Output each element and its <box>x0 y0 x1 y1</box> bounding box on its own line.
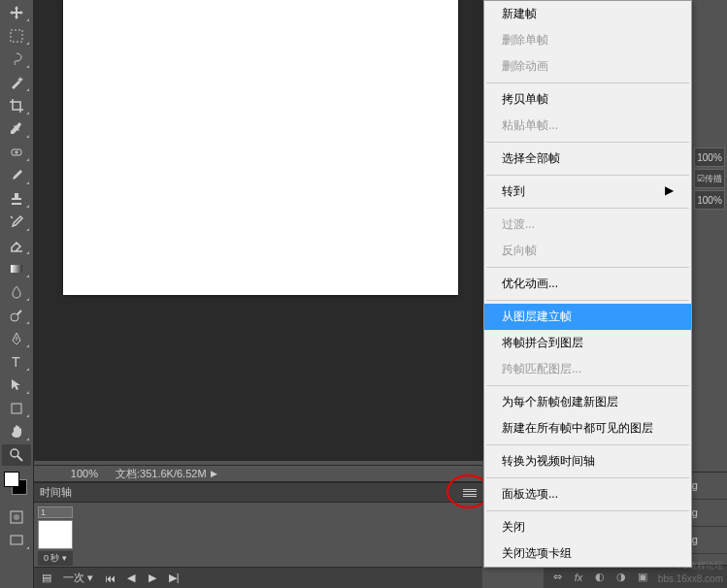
lasso-tool[interactable] <box>2 49 31 70</box>
menu-separator <box>486 385 689 386</box>
menu-select-all[interactable]: 选择全部帧 <box>484 146 691 172</box>
next-frame-icon[interactable]: ▶| <box>165 571 182 586</box>
svg-rect-0 <box>11 30 22 42</box>
menu-separator <box>486 300 689 301</box>
timeline-frames: 1 0 秒 ▾ <box>34 503 482 570</box>
brush-tool[interactable] <box>2 165 31 186</box>
move-tool[interactable] <box>2 2 31 23</box>
menu-delete-frame: 删除单帧 <box>484 27 691 53</box>
hand-tool[interactable] <box>2 421 31 442</box>
timeline-convert-icon[interactable]: ▤ <box>38 571 55 586</box>
menu-new-frame[interactable]: 新建帧 <box>484 1 691 27</box>
menu-match-layer: 跨帧匹配图层... <box>484 356 691 382</box>
menu-flatten-frames[interactable]: 将帧拼合到图层 <box>484 330 691 356</box>
pen-tool[interactable] <box>2 328 31 349</box>
first-frame-icon[interactable]: ⏮ <box>101 571 118 586</box>
menu-separator <box>486 175 689 176</box>
frame-preview[interactable] <box>38 520 73 549</box>
quickmask-toggle[interactable] <box>2 506 31 528</box>
menu-close[interactable]: 关闭 <box>484 514 691 540</box>
svg-point-6 <box>11 449 18 457</box>
doc-info-arrow-icon[interactable]: ▶ <box>211 469 217 478</box>
svg-point-8 <box>14 514 19 520</box>
link-layers-icon[interactable]: ⇔ <box>549 570 565 585</box>
frame-thumb[interactable]: 1 0 秒 ▾ <box>38 506 73 566</box>
menu-separator <box>486 82 689 83</box>
menu-tween: 过渡... <box>484 212 691 238</box>
status-bar: 100% 文档: 351.6K/6.52M ▶ <box>34 465 482 482</box>
menu-panel-options[interactable]: 面板选项... <box>484 481 691 507</box>
menu-reverse: 反向帧 <box>484 238 691 264</box>
menu-separator <box>486 142 689 143</box>
svg-point-3 <box>11 313 18 321</box>
history-brush-tool[interactable] <box>2 212 31 233</box>
watermark-url: bbs.16xx8.com <box>658 573 723 584</box>
stamp-tool[interactable] <box>2 188 31 210</box>
fill-stub[interactable]: 100% <box>694 190 725 210</box>
wand-tool[interactable] <box>2 72 31 93</box>
svg-rect-5 <box>12 404 21 413</box>
svg-text:T: T <box>12 354 20 370</box>
adjustment-icon[interactable]: ◑ <box>613 570 629 585</box>
group-icon[interactable]: ▣ <box>635 570 650 585</box>
menu-delete-animation: 删除动画 <box>484 53 691 80</box>
menu-separator <box>486 477 689 478</box>
document-canvas[interactable] <box>63 0 458 295</box>
menu-copy-frame[interactable]: 拷贝单帧 <box>484 86 691 113</box>
svg-rect-9 <box>11 536 22 544</box>
crop-tool[interactable] <box>2 95 31 116</box>
menu-separator <box>486 208 689 209</box>
timeline-header: 时间轴 <box>34 483 482 503</box>
canvas-area <box>34 0 483 461</box>
screenmode-toggle[interactable] <box>2 530 31 551</box>
menu-optimize[interactable]: 优化动画... <box>484 271 691 297</box>
fx-icon[interactable]: fx <box>571 570 586 585</box>
gradient-tool[interactable] <box>2 258 31 279</box>
doc-size: 351.6K/6.52M <box>140 468 207 479</box>
watermark: PS教程论坛 <box>677 560 723 572</box>
type-tool[interactable]: T <box>2 351 31 373</box>
path-select-tool[interactable] <box>2 375 31 396</box>
blur-tool[interactable] <box>2 281 31 303</box>
play-icon[interactable]: ▶ <box>144 571 161 586</box>
eyedropper-tool[interactable] <box>2 118 31 140</box>
dodge-tool[interactable] <box>2 305 31 326</box>
menu-new-layer-each[interactable]: 为每个新帧创建新图层 <box>484 389 691 415</box>
opacity-stub[interactable]: 100% <box>694 147 725 167</box>
prev-frame-icon[interactable]: ◀ <box>122 571 140 586</box>
menu-make-frames-from-layers[interactable]: 从图层建立帧 <box>484 304 691 330</box>
menu-close-tab-group[interactable]: 关闭选项卡组 <box>484 540 691 567</box>
timeline-title: 时间轴 <box>40 485 72 500</box>
menu-paste-frame: 粘贴单帧... <box>484 113 691 139</box>
foreground-color[interactable] <box>4 472 19 487</box>
frame-number: 1 <box>38 506 73 518</box>
loop-selector[interactable]: 一次 ▾ <box>59 571 97 585</box>
healing-tool[interactable] <box>2 142 31 163</box>
timeline-menu-icon[interactable] <box>461 486 479 500</box>
zoom-tool[interactable] <box>2 444 31 466</box>
color-swatches[interactable] <box>4 472 29 501</box>
menu-separator <box>486 510 689 511</box>
frame-duration[interactable]: 0 秒 ▾ <box>38 551 73 566</box>
timeline-footer: ▤ 一次 ▾ ⏮ ◀ ▶ ▶| <box>34 567 482 588</box>
eraser-tool[interactable] <box>2 235 31 256</box>
zoom-level[interactable]: 100% <box>38 468 106 479</box>
timeline-context-menu: 新建帧 删除单帧 删除动画 拷贝单帧 粘贴单帧... 选择全部帧 转到▶ 过渡.… <box>483 0 692 568</box>
menu-separator <box>486 444 689 445</box>
menu-goto[interactable]: 转到▶ <box>484 179 691 205</box>
menu-new-visible[interactable]: 新建在所有帧中都可见的图层 <box>484 415 691 441</box>
svg-rect-2 <box>11 265 22 273</box>
doc-info-label: 文档: <box>106 467 140 481</box>
timeline-panel: 时间轴 1 0 秒 ▾ ▤ 一次 ▾ ⏮ ◀ ▶ ▶| <box>34 482 482 588</box>
panel-stub[interactable]: ☑ 传描 <box>694 169 725 188</box>
shape-tool[interactable] <box>2 398 31 419</box>
mask-icon[interactable]: ◐ <box>592 570 608 585</box>
marquee-tool[interactable] <box>2 25 31 47</box>
menu-convert-video[interactable]: 转换为视频时间轴 <box>484 448 691 474</box>
menu-separator <box>486 267 689 268</box>
tools-panel: T <box>0 0 34 588</box>
